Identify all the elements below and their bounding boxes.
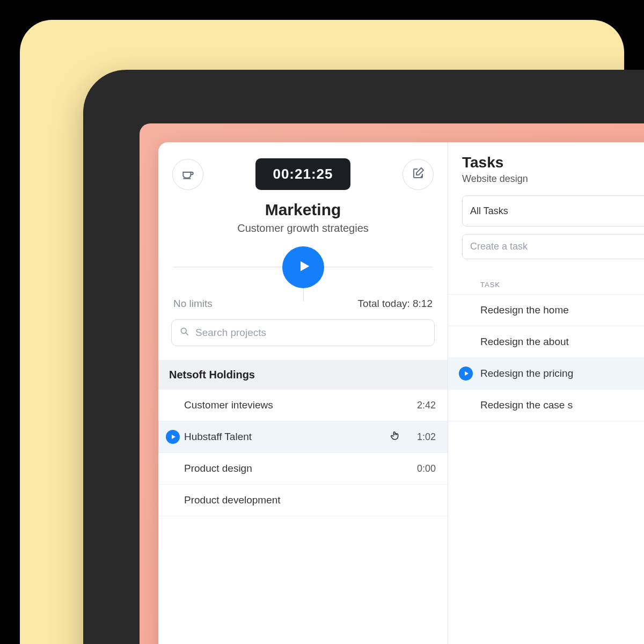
play-icon — [294, 259, 312, 276]
tablet-frame: ••• 00:21:25 — [83, 70, 644, 644]
project-row[interactable]: Hubstaff Talent 1:02 — [158, 421, 448, 453]
task-row[interactable]: Redesign the home — [448, 295, 644, 326]
cursor-pointer-icon — [390, 430, 401, 444]
project-row[interactable]: Product design 0:00 — [158, 453, 448, 485]
search-input[interactable] — [195, 327, 427, 339]
tasks-title: Tasks — [462, 154, 644, 171]
project-row[interactable]: Customer inteviews 2:42 — [158, 390, 448, 421]
task-name: Redesign the pricing — [480, 368, 573, 379]
task-row[interactable]: Redesign the about — [448, 326, 644, 358]
task-row[interactable]: Redesign the pricing — [448, 358, 644, 390]
create-task-field[interactable] — [462, 234, 644, 259]
svg-line-4 — [186, 333, 188, 335]
add-note-button[interactable] — [402, 159, 434, 190]
task-row[interactable]: Redesign the case s — [448, 390, 644, 421]
project-heading: Marketing Customer growth strategies — [158, 195, 448, 237]
tasks-heading: Tasks Website design — [448, 154, 644, 185]
search-icon — [179, 326, 190, 339]
project-name: Product development — [184, 494, 281, 506]
project-time: 1:02 — [417, 431, 436, 443]
project-title: Marketing — [169, 201, 437, 219]
task-name: Redesign the home — [480, 304, 569, 316]
project-time: 0:00 — [417, 463, 436, 474]
task-name: Redesign the about — [480, 336, 569, 347]
task-play-button[interactable] — [459, 367, 473, 380]
play-icon — [462, 368, 470, 379]
project-row[interactable]: Product development — [158, 485, 448, 516]
project-play-button[interactable] — [166, 430, 180, 444]
timer-panel: ••• 00:21:25 — [158, 142, 448, 644]
start-timer-button[interactable] — [282, 246, 324, 288]
limits-label: No limits — [173, 298, 213, 310]
project-name: Customer inteviews — [184, 399, 273, 411]
project-time: 2:42 — [417, 400, 436, 411]
timer-display: 00:21:25 — [255, 158, 350, 190]
play-icon — [169, 431, 177, 443]
search-wrap — [158, 310, 448, 350]
tasks-subtitle: Website design — [462, 173, 644, 185]
tasks-panel: Tasks Website design All Tasks ▴▾ TASK R… — [448, 142, 644, 644]
task-filter-value: All Tasks — [470, 206, 508, 217]
total-today: Total today: 8:12 — [358, 298, 433, 310]
tablet-screen: ••• 00:21:25 — [140, 123, 644, 644]
break-button[interactable] — [172, 159, 203, 190]
task-column-header: TASK — [448, 275, 644, 295]
svg-point-3 — [181, 328, 186, 333]
coffee-icon — [181, 166, 195, 182]
project-subtitle: Customer growth strategies — [169, 222, 437, 235]
project-name: Product design — [184, 463, 252, 474]
create-task-input[interactable] — [470, 241, 644, 252]
play-section — [173, 246, 433, 288]
task-filter-select[interactable]: All Tasks ▴▾ — [462, 195, 644, 226]
app-window: ••• 00:21:25 — [158, 142, 644, 644]
timer-top-row: 00:21:25 — [158, 142, 448, 195]
search-projects[interactable] — [171, 319, 435, 346]
project-group-header: Netsoft Holdings — [158, 360, 448, 390]
project-name: Hubstaff Talent — [184, 431, 252, 443]
task-name: Redesign the case s — [480, 399, 573, 411]
edit-note-icon — [412, 167, 425, 182]
